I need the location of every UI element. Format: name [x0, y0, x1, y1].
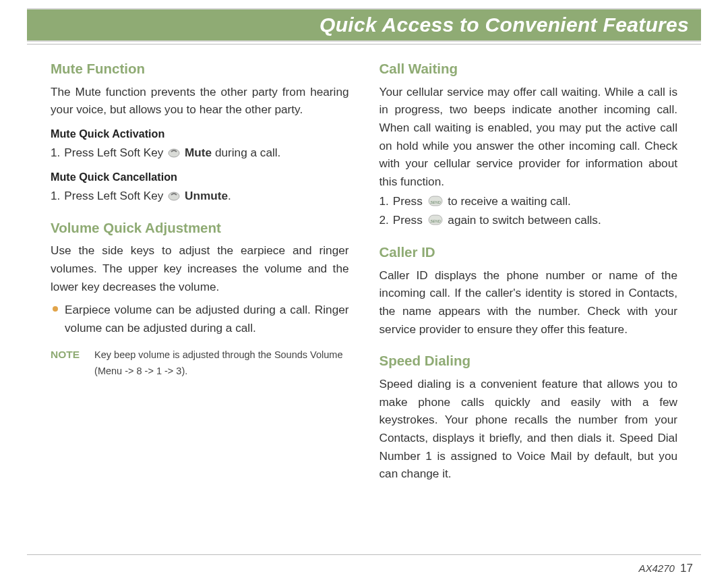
callwaiting-body: Your cellular service may offer call wai…	[380, 83, 678, 191]
heading-mute: Mute Function	[51, 58, 349, 80]
svg-text:SEND: SEND	[430, 219, 440, 223]
divider-bottom	[27, 554, 701, 555]
mute-intro: The Mute function prevents the other par…	[51, 83, 349, 119]
footer-page-number: 17	[680, 562, 693, 575]
heading-caller-id: Caller ID	[380, 241, 678, 263]
volume-note: NOTE Key beep volume is adjusted through…	[51, 347, 349, 380]
page-footer: AX4270 17	[639, 562, 693, 575]
svg-text:SEND: SEND	[430, 200, 440, 204]
step-number: 2.	[380, 211, 389, 229]
step-text: Press SEND again to switch between calls…	[393, 211, 677, 229]
divider-top	[27, 44, 701, 45]
step-text: Press Left Soft Key Mute during a call.	[64, 144, 348, 162]
mute-activation-step: 1. Press Left Soft Key Mute during a cal…	[51, 144, 349, 162]
step-pre: Press Left Soft Key	[64, 146, 166, 159]
volume-bullet: Earpiece volume can be adjusted during a…	[51, 301, 349, 337]
step-number: 1.	[51, 144, 60, 162]
callwaiting-step2: 2. Press SEND again to switch between ca…	[380, 211, 678, 229]
heading-speed-dial: Speed Dialing	[380, 350, 678, 372]
send-key-icon: SEND	[427, 214, 444, 226]
footer-model: AX4270	[639, 562, 675, 574]
title-bar: Quick Access to Convenient Features	[27, 8, 701, 42]
step-bold: Mute	[185, 146, 212, 159]
heading-volume: Volume Quick Adjustment	[51, 217, 349, 239]
heading-mute-activation: Mute Quick Activation	[51, 125, 349, 142]
content-columns: Mute Function The Mute function prevents…	[27, 53, 701, 483]
page-title: Quick Access to Convenient Features	[39, 13, 689, 36]
step-post: again to switch between calls.	[448, 213, 601, 227]
step-number: 1.	[51, 187, 60, 205]
send-key-icon: SEND	[427, 195, 444, 207]
step-post: to receive a waiting call.	[448, 194, 570, 208]
step-pre: Press	[393, 194, 426, 208]
note-label: NOTE	[51, 347, 80, 363]
step-number: 1.	[380, 192, 389, 210]
volume-body: Use the side keys to adjust the earpiece…	[51, 241, 349, 295]
step-pre: Press	[393, 213, 426, 227]
note-body: Key beep volume is adjusted through the …	[94, 347, 348, 380]
step-text: Press Left Soft Key Unmute.	[64, 187, 348, 205]
heading-mute-cancellation: Mute Quick Cancellation	[51, 169, 349, 185]
softkey-icon	[168, 146, 180, 158]
step-pre: Press Left Soft Key	[64, 189, 166, 202]
step-bold: Unmute	[185, 189, 228, 202]
step-text: Press SEND to receive a waiting call.	[393, 192, 677, 210]
mute-cancel-step: 1. Press Left Soft Key Unmute.	[51, 187, 349, 205]
speed-body: Speed dialing is a convenient feature th…	[380, 375, 678, 483]
callwaiting-step1: 1. Press SEND to receive a waiting call.	[380, 192, 678, 210]
bullet-text: Earpiece volume can be adjusted during a…	[65, 301, 349, 337]
callerid-body: Caller ID displays the phone number or n…	[380, 266, 678, 339]
heading-call-waiting: Call Waiting	[380, 58, 678, 80]
bullet-icon	[53, 306, 58, 312]
step-post: .	[228, 189, 231, 202]
column-left: Mute Function The Mute function prevents…	[51, 58, 349, 483]
column-right: Call Waiting Your cellular service may o…	[380, 58, 678, 483]
softkey-icon	[168, 190, 180, 202]
step-post: during a call.	[212, 146, 280, 159]
